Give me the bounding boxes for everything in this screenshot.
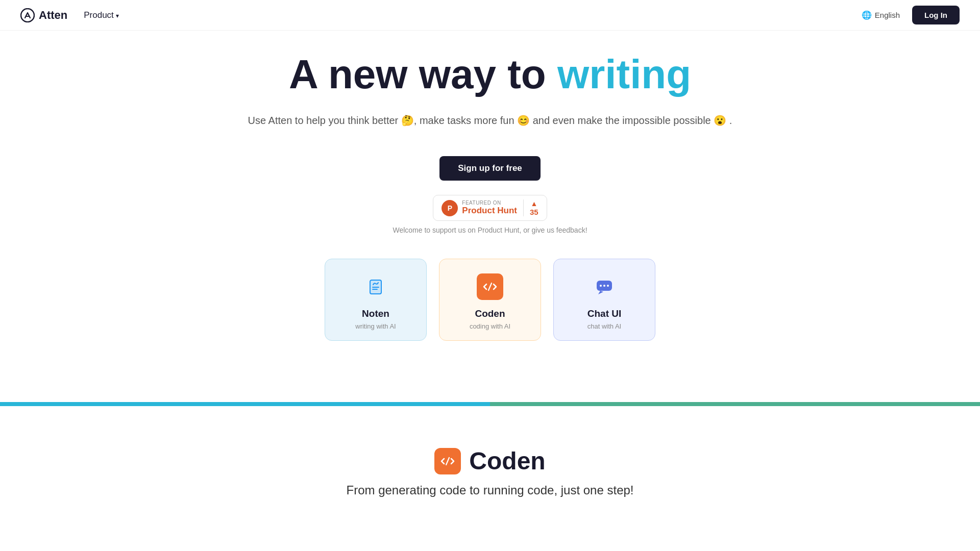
atten-logo-icon	[20, 8, 35, 22]
product-hunt-badge-wrapper: P FEATURED ON Product Hunt ▲ 35 Welcome …	[0, 195, 980, 234]
hero-title: A new way to writing	[0, 51, 980, 98]
ph-support-text: Welcome to support us on Product Hunt, o…	[393, 226, 587, 234]
section2: Coden From generating code to running co…	[0, 406, 980, 528]
hero-title-part1: A new way to	[289, 52, 557, 97]
svg-point-9	[600, 285, 602, 287]
login-button[interactable]: Log In	[912, 6, 960, 24]
coden-icon-large	[434, 448, 461, 474]
ph-featured-text: FEATURED ON	[462, 200, 501, 206]
ph-text-block: FEATURED ON Product Hunt	[462, 200, 517, 216]
ph-logo: P FEATURED ON Product Hunt	[442, 200, 517, 216]
nav-left: Atten Product ▾	[20, 8, 119, 22]
svg-point-10	[603, 285, 605, 287]
noten-card-name: Noten	[362, 308, 389, 319]
card-coden[interactable]: Coden coding with AI	[439, 259, 541, 341]
nav-product-menu[interactable]: Product ▾	[84, 10, 119, 20]
section-divider	[0, 402, 980, 406]
ph-votes: ▲ 35	[523, 199, 538, 216]
svg-line-6	[488, 283, 492, 290]
chatui-card-name: Chat UI	[587, 308, 622, 319]
noten-card-desc: writing with AI	[355, 322, 396, 330]
section2-title-row: Coden	[20, 447, 960, 475]
ph-logo-circle: P	[442, 200, 458, 216]
svg-point-11	[607, 285, 609, 287]
hero-subtitle: Use Atten to help you think better 🤔, ma…	[0, 112, 980, 129]
language-label: English	[875, 11, 900, 19]
hero-title-highlight: writing	[557, 52, 691, 97]
chevron-down-icon: ▾	[116, 12, 119, 19]
hero-section: A new way to writing Use Atten to help y…	[0, 0, 980, 392]
product-hunt-badge[interactable]: P FEATURED ON Product Hunt ▲ 35	[433, 195, 547, 221]
logo[interactable]: Atten	[20, 8, 67, 22]
language-selector[interactable]: 🌐 English	[862, 10, 900, 20]
noten-icon	[362, 273, 389, 300]
coden-card-name: Coden	[475, 308, 505, 319]
svg-marker-8	[598, 291, 603, 294]
card-noten[interactable]: Noten writing with AI	[325, 259, 427, 341]
navbar: Atten Product ▾ 🌐 English Log In	[0, 0, 980, 31]
chatui-icon	[591, 273, 618, 300]
signup-button[interactable]: Sign up for free	[439, 156, 541, 181]
globe-icon: 🌐	[862, 10, 872, 20]
coden-card-desc: coding with AI	[470, 322, 510, 330]
section2-subtitle: From generating code to running code, ju…	[20, 483, 960, 497]
product-cards: Noten writing with AI Coden coding with …	[0, 259, 980, 341]
card-chatui[interactable]: Chat UI chat with AI	[553, 259, 655, 341]
ph-arrow-icon: ▲	[530, 199, 537, 208]
logo-text: Atten	[39, 9, 67, 22]
ph-count: 35	[530, 208, 538, 216]
chatui-card-desc: chat with AI	[587, 322, 621, 330]
section2-title: Coden	[469, 447, 545, 475]
nav-right: 🌐 English Log In	[862, 6, 960, 24]
product-label: Product	[84, 10, 114, 20]
coden-icon	[477, 273, 503, 300]
svg-point-0	[21, 9, 34, 22]
svg-line-12	[446, 458, 449, 465]
ph-name: Product Hunt	[462, 206, 517, 216]
